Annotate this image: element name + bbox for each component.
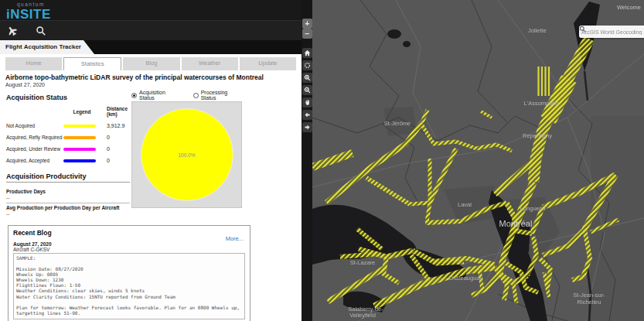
zoom-in-button[interactable]: +	[302, 19, 312, 29]
logo-bottom-text: iNSITE	[6, 8, 51, 21]
svg-text:Laval: Laval	[458, 201, 472, 208]
tab-blog[interactable]: Blog	[123, 57, 179, 70]
svg-text:Valleyfield: Valleyfield	[349, 312, 376, 319]
zoom-out-box-button[interactable]	[302, 85, 312, 95]
search-placeholder: ArcGIS World Geocoding Se	[581, 29, 643, 35]
svg-text:St-Jérôme: St-Jérôme	[384, 120, 411, 127]
panel-content: Home Statistics Blog Weather Update Airb…	[0, 54, 302, 321]
pie-percentage-label: 100.0%	[178, 152, 195, 158]
acquisition-productivity-heading: Acquisition Productivity	[6, 172, 130, 183]
acquisition-status-heading: Acquisition Status	[6, 94, 130, 101]
distance-column-header: Distance (km)	[101, 106, 130, 120]
blog-aircraft: Aircraft C-GKSV	[13, 247, 245, 252]
pie-slice[interactable]: 100.0%	[141, 108, 233, 201]
table-row: Not Acquired 3,912.9	[6, 120, 130, 131]
svg-text:Richelieu: Richelieu	[578, 299, 601, 306]
left-panel: quantum iNSITE Flight Acquisition Tracke…	[0, 0, 302, 321]
welcome-text: Welcome	[617, 4, 641, 11]
tab-bar: Home Statistics Blog Weather Update	[5, 57, 296, 70]
svg-text:Longueuil: Longueuil	[520, 205, 546, 212]
zoom-out-button[interactable]: −	[302, 29, 312, 39]
acquisition-status-section: Acquisition Status Legend Distance (km) …	[0, 90, 130, 219]
recent-blog-heading: Recent Blog	[13, 229, 245, 237]
recent-blog-panel: Recent Blog More... August 27, 2020 Airc…	[8, 225, 250, 321]
svg-text:Montréal: Montréal	[499, 219, 533, 228]
search-icon[interactable]	[35, 25, 46, 36]
chart-section: Acquisition Status Processing Status 100…	[131, 90, 244, 219]
legend-table: Legend Distance (km) Not Acquired 3,912.…	[6, 106, 130, 166]
previous-extent-button[interactable]	[302, 110, 312, 120]
app-header: quantum iNSITE	[0, 0, 302, 40]
svg-text:Repentigny: Repentigny	[523, 132, 552, 139]
legend-column-header: Legend	[63, 106, 101, 120]
header-toolbar	[0, 20, 302, 40]
app-window: quantum iNSITE Flight Acquisition Tracke…	[0, 0, 644, 321]
table-row: Acquired, Accepted 0	[6, 155, 130, 166]
radio-dot	[131, 93, 137, 98]
not-acquired-line-swatch	[63, 125, 96, 128]
svg-text:St-Jean-sur-: St-Jean-sur-	[573, 292, 605, 299]
tab-weather[interactable]: Weather	[182, 57, 238, 70]
chart-mode-radios: Acquisition Status Processing Status	[131, 90, 244, 100]
acquisition-productivity-section: Acquisition Productivity Productive Days…	[6, 172, 130, 219]
svg-text:Joliette: Joliette	[528, 27, 547, 34]
refly-required-line-swatch	[63, 136, 96, 139]
tab-update[interactable]: Update	[240, 57, 296, 70]
aircraft-icon[interactable]	[6, 25, 18, 36]
blog-more-link[interactable]: More...	[226, 235, 244, 242]
radio-acquisition-status[interactable]: Acquisition Status	[131, 90, 182, 101]
map-canvas[interactable]: JolietteL'AssomptionRepentignySt-JérômeL…	[312, 0, 644, 321]
radio-processing-status[interactable]: Processing Status	[193, 90, 244, 101]
under-review-line-swatch	[63, 148, 96, 151]
next-extent-button[interactable]	[302, 122, 312, 132]
svg-text:Châteauguay: Châteauguay	[448, 275, 483, 282]
radio-dot	[193, 93, 199, 98]
productive-days-item: Productive Days --	[6, 187, 130, 203]
table-row: Acquired, Under Review 0	[6, 143, 130, 155]
widget-title-bar: Flight Acquisition Tracker	[0, 40, 302, 54]
avg-production-item: Avg Production per Production Day per Ai…	[6, 203, 130, 219]
blog-entry-date: August 27, 2020	[13, 241, 245, 247]
quantum-insite-logo: quantum iNSITE	[6, 2, 51, 21]
zoom-in-box-button[interactable]	[302, 73, 312, 83]
accepted-line-swatch	[63, 159, 96, 162]
svg-text:L'Assomption: L'Assomption	[524, 100, 559, 107]
pan-hand-button[interactable]	[302, 97, 312, 108]
flight-acquisition-tracker-tab[interactable]: Flight Acquisition Tracker	[0, 40, 94, 54]
home-extent-button[interactable]	[302, 48, 312, 58]
survey-title: Airborne topo-bathymetric LiDAR survey o…	[5, 73, 296, 81]
tab-home[interactable]: Home	[5, 57, 62, 70]
table-row: Acquired, Refly Required 0	[6, 131, 130, 143]
tab-statistics[interactable]: Statistics	[63, 57, 121, 70]
svg-text:St-Lazare: St-Lazare	[350, 259, 376, 266]
search-icon	[579, 26, 586, 32]
map-toolbar-strip: + −	[302, 0, 312, 321]
survey-date: August 27, 2020	[5, 82, 296, 87]
default-extent-button[interactable]	[302, 60, 312, 70]
blog-body-text: SAMPLE: Mission Date: 08/27/2020 Wheels …	[13, 253, 245, 319]
geocode-search-box[interactable]: ArcGIS World Geocoding Se	[579, 26, 644, 38]
pie-chart-panel: 100.0%	[131, 101, 242, 208]
map-svg: JolietteL'AssomptionRepentignySt-JérômeL…	[312, 0, 644, 321]
